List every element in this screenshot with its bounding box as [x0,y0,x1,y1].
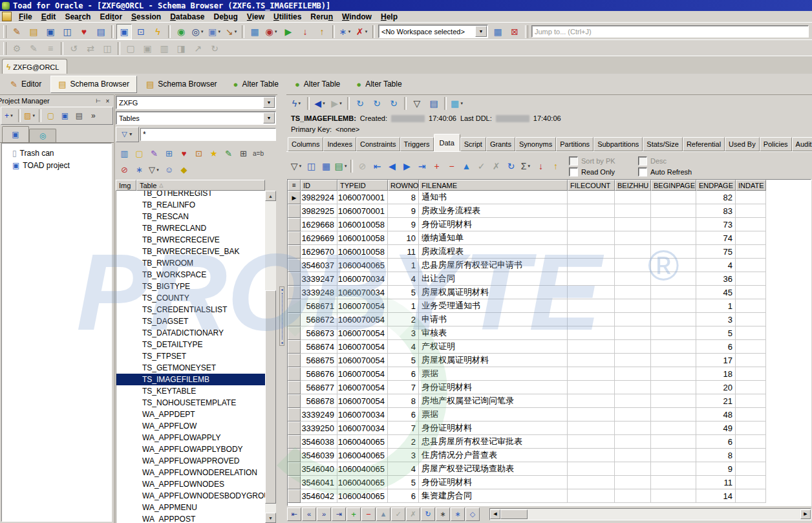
nav-refresh-icon[interactable]: ↻ [421,507,435,521]
menu-debug[interactable]: Debug [209,12,242,21]
menu-file[interactable]: File [14,12,37,21]
grid-cell-beginpage[interactable] [651,340,696,354]
knowledge-base-icon[interactable]: ◉ [173,24,189,39]
grid-cell-beginpage[interactable] [651,313,696,326]
grid-cell-beginpage[interactable] [651,422,696,435]
grid-cell-endpage[interactable]: 1 [696,299,736,313]
first-record-icon[interactable]: ⇤ [370,158,385,173]
grid-cell-beizhhu[interactable] [615,299,651,313]
insert-record-icon[interactable]: + [429,158,444,173]
menu-rerun[interactable]: Rerun [306,12,337,21]
grid-cell-rowno[interactable]: 8 [388,191,419,204]
undo-history-icon[interactable]: ↺ [66,41,81,56]
grid-cell-id[interactable]: 568671 [301,299,337,313]
drop-table-icon[interactable]: ⊘ [117,162,132,177]
menu-view[interactable]: View [242,12,269,21]
grid-cell-filecount[interactable] [568,354,615,367]
table-list-item[interactable]: TB_RWRECLAND [116,222,265,234]
grid-cell-filecount[interactable] [568,191,615,204]
filter-funnel-button[interactable]: ▽ ▼ [116,127,139,142]
grid-cell-filename[interactable]: 身份证明材料 [419,218,568,231]
menu-utilities[interactable]: Utilities [269,12,306,21]
export-dataset-icon[interactable]: ▤▼ [334,158,348,173]
grid-cell-beginpage[interactable] [651,245,696,259]
grid-cell-rowno[interactable]: 8 [388,394,419,408]
forward-icon[interactable]: ▶▼ [329,96,345,111]
calculator-icon[interactable]: ⊞ [236,146,251,161]
grid-cell-beginpage[interactable] [651,204,696,218]
grid-cell-beizhhu[interactable] [615,326,651,340]
grid-cell-beginpage[interactable] [651,449,696,462]
grid-cell-indate[interactable] [736,367,766,381]
grid-cell-id[interactable]: 3339247 [301,272,337,286]
grid-cell-beginpage[interactable] [651,354,696,367]
table-list-item[interactable]: WA_APPMENU [116,502,265,513]
grid-cell-indate[interactable] [736,204,766,218]
checkbox-box[interactable] [569,167,578,176]
grid-cell-filecount[interactable] [568,422,615,435]
grid-cell-indate[interactable] [736,381,766,394]
grid-cell-endpage[interactable]: 8 [696,449,736,462]
grid-cell-rowno[interactable]: 6 [388,489,419,503]
table-list-item[interactable]: TS_IMAGEFILEMB [116,374,265,385]
grid-cell-typeid[interactable]: 1060040065 [337,435,388,449]
schema-browser-icon[interactable]: ▤ [26,24,41,39]
grid-cell-filecount[interactable] [568,394,615,408]
grid-cell-endpage[interactable]: 48 [696,408,736,422]
workspace-selector[interactable]: <No Workspace selected> ▼ [378,25,488,38]
tab-indexes[interactable]: Indexes [323,137,356,151]
grid-cell-filename[interactable]: 审核表 [419,326,568,340]
tab-partitions[interactable]: Partitions [556,137,593,151]
grid-cell-filename[interactable]: 业务受理通知书 [419,299,568,313]
refresh-all-icon[interactable]: ↻ [386,96,401,111]
object-tree-icon[interactable]: ≡ [43,41,58,56]
grid-cell-filecount[interactable] [568,204,615,218]
grid-cell-beizhhu[interactable] [615,476,651,489]
export-table-data-icon[interactable]: ↑ [548,158,563,173]
toolbar-gripper[interactable] [3,25,6,38]
column-header-img[interactable]: Img [116,180,136,191]
window-tab-alter-table[interactable]: ●Alter Table [349,76,409,92]
table-list-item[interactable]: TS_CREDENTIALSLIST [116,304,265,315]
menu-editor[interactable]: Editor [95,12,127,21]
table-list-item[interactable]: WA_APPFLOWNODERELATION [116,467,265,478]
report-icon[interactable]: ▥ [117,146,132,161]
window-new-icon[interactable]: ▣▼ [207,24,222,39]
grid-cell-endpage[interactable]: 14 [696,489,736,503]
object-type-selector[interactable]: Tables ▼ [116,111,276,125]
grid-cell-id[interactable]: 568676 [301,367,337,381]
save-project-icon[interactable]: ▣ [58,109,71,123]
grid-cell-indate[interactable] [736,476,766,489]
table-list-item[interactable]: TS_FTPSET [116,350,265,362]
execute-icon[interactable]: ▶ [281,24,296,39]
grid-cell-indate[interactable] [736,191,766,204]
grid-cell-filename[interactable]: 身份证明材料 [419,422,568,435]
grid-cell-beginpage[interactable] [651,231,696,245]
grid-cell-filename[interactable]: 房屋产权登记现场查勘表 [419,462,568,476]
grid-cell-id[interactable]: 3339248 [301,286,337,299]
new-file-icon[interactable]: ▢ [123,41,138,56]
nav-cancel-icon[interactable]: ✗ [406,507,420,521]
last-record-icon[interactable]: ⇥ [414,158,429,173]
grid-column-header-filename[interactable]: FILENAME [419,180,568,191]
truncate-icon[interactable]: ◆ [176,162,191,177]
grid-cell-id[interactable]: 568675 [301,354,337,367]
workspace-delete-icon[interactable]: ⊠ [507,24,522,39]
grid-cell-typeid[interactable]: 1060010058 [337,245,388,259]
import-icon[interactable]: ↓ [297,24,313,39]
object-type-dropdown-button[interactable]: ▼ [263,112,275,123]
grid-cell-id[interactable]: 3546037 [301,259,337,272]
grid-cell-endpage[interactable]: 20 [696,381,736,394]
table-list-item[interactable]: WA_APPDEPT [116,409,265,420]
session-browser-icon[interactable]: ◫ [59,24,75,39]
close-panel-button[interactable]: × [103,96,112,105]
grid-cell-endpage[interactable]: 74 [696,231,736,245]
grid-cell-beginpage[interactable] [651,367,696,381]
filter-grid-icon[interactable]: ▽▼ [289,158,304,173]
grid-cell-id[interactable]: 568673 [301,326,337,340]
database-browser-icon[interactable]: ▣ [43,24,58,39]
grid-cell-rowno[interactable]: 3 [388,326,419,340]
favorites-list-icon[interactable]: ▤ [426,96,442,111]
grid-cell-endpage[interactable]: 6 [696,340,736,354]
grid-cell-rowno[interactable]: 6 [388,367,419,381]
